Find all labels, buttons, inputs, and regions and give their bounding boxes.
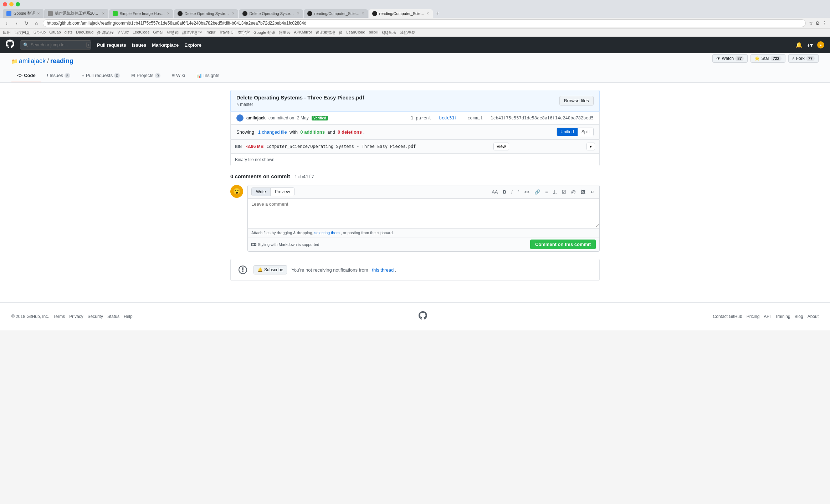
attach-link[interactable]: selecting them <box>314 231 340 235</box>
bookmark-travisci[interactable]: Travis CI <box>219 30 235 35</box>
tab-issues[interactable]: ! Issues 5 <box>41 69 76 82</box>
browser-tab-4[interactable]: Delete Operating Systems... × <box>174 9 238 18</box>
bookmark-baidu[interactable]: 百度网盘 <box>14 30 30 35</box>
bookmark-vultr[interactable]: V Vultr <box>117 30 129 35</box>
tab-close-4[interactable]: × <box>232 11 235 16</box>
tab-pull-requests[interactable]: ⑃ Pull requests 0 <box>76 69 125 82</box>
parent-hash-link[interactable]: bcdc51f <box>439 115 457 120</box>
nav-marketplace[interactable]: Marketplace <box>152 42 179 48</box>
maximize-dot[interactable] <box>16 2 20 6</box>
tab-close-6[interactable]: × <box>362 11 364 16</box>
bookmark-duo[interactable]: 多 <box>339 30 343 35</box>
bookmark-gists[interactable]: gists <box>65 30 73 35</box>
browser-tab-1[interactable]: Google 翻译 × <box>3 9 43 18</box>
plus-icon[interactable]: +▾ <box>807 42 813 48</box>
bookmark-imgur[interactable]: Imgur <box>205 30 215 35</box>
footer-training[interactable]: Training <box>775 314 790 319</box>
bookmark-google-translate[interactable]: Google 翻译 <box>253 30 275 35</box>
bookmark-qqmusic[interactable]: QQ音乐 <box>382 30 396 35</box>
bookmark-gmail[interactable]: Gmail <box>153 30 164 35</box>
user-avatar[interactable]: ● <box>817 41 824 48</box>
bookmark-apps[interactable]: 应用 <box>3 30 11 35</box>
back-button[interactable]: ‹ <box>3 20 10 26</box>
extensions-icon[interactable]: ⚙ <box>815 20 820 26</box>
changed-file-link[interactable]: 1 changed file <box>258 129 287 135</box>
bookmark-github[interactable]: GitHub <box>34 30 46 35</box>
format-mention-button[interactable]: @ <box>570 189 577 195</box>
footer-api[interactable]: API <box>764 314 770 319</box>
forward-button[interactable]: › <box>13 20 20 26</box>
address-input[interactable]: https://github.com/amilajack/reading/com… <box>43 19 806 27</box>
repo-name-link[interactable]: reading <box>50 57 73 65</box>
format-quote-button[interactable]: " <box>516 189 521 195</box>
bookmark-liulanprogress[interactable]: 多 漂流程 <box>97 30 114 35</box>
search-input[interactable] <box>31 42 84 47</box>
footer-terms[interactable]: Terms <box>53 314 65 319</box>
bookmark-leancloud[interactable]: LeanCloud <box>346 30 365 35</box>
browse-files-button[interactable]: Browse files <box>559 96 594 106</box>
github-search[interactable]: 🔍 / <box>20 40 91 50</box>
footer-blog[interactable]: Blog <box>795 314 803 319</box>
format-heading-button[interactable]: AA <box>490 189 499 195</box>
browser-tab-7[interactable]: reading/Computer_Science... × <box>369 9 433 18</box>
comment-textarea[interactable] <box>248 199 599 227</box>
nav-pull-requests[interactable]: Pull requests <box>97 42 126 48</box>
format-image-button[interactable]: 🖼 <box>579 189 587 195</box>
write-tab[interactable]: Write <box>252 188 271 196</box>
bookmark-daocloud[interactable]: DaoCloud <box>76 30 93 35</box>
nav-explore[interactable]: Explore <box>184 42 201 48</box>
nav-issues[interactable]: Issues <box>132 42 146 48</box>
format-number-button[interactable]: 1. <box>552 189 558 195</box>
format-link-button[interactable]: 🔗 <box>533 189 542 195</box>
footer-security[interactable]: Security <box>88 314 103 319</box>
format-bullet-button[interactable]: ≡ <box>544 189 549 195</box>
tab-close-1[interactable]: × <box>37 11 40 16</box>
view-file-button[interactable]: View <box>493 143 509 150</box>
browser-tab-2[interactable]: 操作系统软件工程系2017秋... × <box>44 9 108 18</box>
bookmark-bilibili[interactable]: bilibili <box>369 30 379 35</box>
refresh-button[interactable]: ↻ <box>23 20 30 26</box>
tab-insights[interactable]: 📊 Insights <box>191 69 225 82</box>
tab-close-5[interactable]: × <box>297 11 299 16</box>
footer-pricing[interactable]: Pricing <box>747 314 760 319</box>
bookmark-icon[interactable]: ☆ <box>809 20 813 26</box>
fork-button[interactable]: ⑃ Fork 77 <box>788 54 819 63</box>
tab-code[interactable]: <> Code <box>11 69 41 82</box>
footer-about[interactable]: About <box>808 314 819 319</box>
watch-button[interactable]: 👁 Watch 87 <box>712 54 748 63</box>
bookmark-other[interactable]: 其他书签 <box>400 30 415 35</box>
close-dot[interactable] <box>3 2 7 6</box>
repo-owner-link[interactable]: amilajack <box>19 57 46 65</box>
format-bold-button[interactable]: B <box>502 189 508 195</box>
bookmark-doubi[interactable]: 逗比根据地 <box>316 30 335 35</box>
format-italic-button[interactable]: I <box>510 189 514 195</box>
view-options-button[interactable]: ▾ <box>586 143 595 150</box>
bookmark-zhihuigou[interactable]: 智慧购 <box>167 30 179 35</box>
tab-close-3[interactable]: × <box>167 11 170 16</box>
browser-tab-3[interactable]: Simple Free Image Hostin... × <box>109 9 173 18</box>
comment-submit-button[interactable]: Comment on this commit <box>530 240 596 249</box>
star-button[interactable]: ⭐ Star 722 <box>750 54 785 63</box>
notification-icon[interactable]: 🔔 <box>795 42 803 48</box>
footer-contact[interactable]: Contact GitHub <box>713 314 742 319</box>
home-button[interactable]: ⌂ <box>33 20 40 26</box>
footer-status[interactable]: Status <box>107 314 119 319</box>
new-tab-button[interactable]: + <box>434 9 442 18</box>
tab-close-7[interactable]: × <box>427 11 429 16</box>
committer-name[interactable]: amilajack <box>246 115 266 120</box>
bookmark-gitlab[interactable]: GitLab <box>49 30 61 35</box>
browser-tab-6[interactable]: reading/Computer_Science... × <box>304 9 368 18</box>
tab-close-2[interactable]: × <box>102 11 105 16</box>
format-code-button[interactable]: <> <box>523 189 531 195</box>
bookmark-kecheng[interactable]: 課道注意™ <box>182 30 202 35</box>
tab-projects[interactable]: ⊞ Projects 0 <box>125 69 166 82</box>
browser-tab-5[interactable]: Delete Operating Systems... × <box>239 9 303 18</box>
tab-wiki[interactable]: ≡ Wiki <box>166 69 190 82</box>
menu-icon[interactable]: ⋮ <box>822 20 827 26</box>
minimize-dot[interactable] <box>9 2 14 6</box>
github-logo[interactable] <box>6 40 14 50</box>
footer-help[interactable]: Help <box>124 314 133 319</box>
bookmark-aliyun[interactable]: 阿里云 <box>279 30 291 35</box>
split-view-button[interactable]: Split <box>578 128 593 136</box>
bookmark-apkmirror[interactable]: APKMirror <box>294 30 312 35</box>
